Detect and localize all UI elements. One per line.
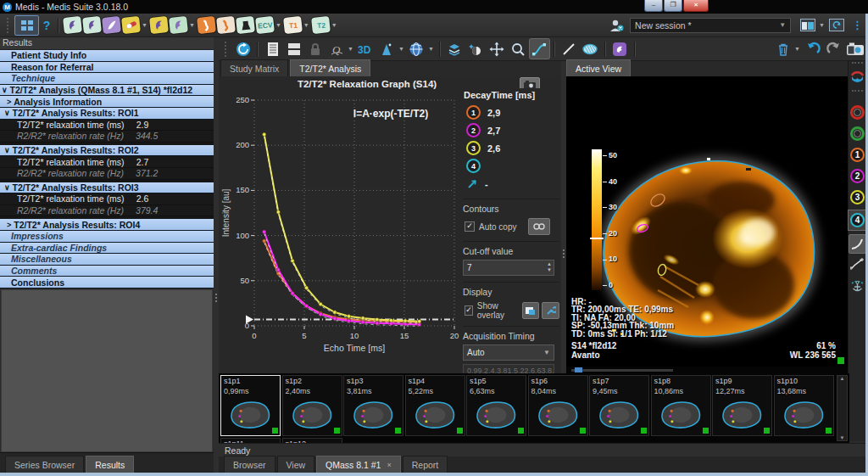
chevron-down-icon[interactable]: ▼ <box>398 46 404 52</box>
app-qmass-icon[interactable] <box>63 16 82 34</box>
save-session-button[interactable] <box>798 17 818 33</box>
chevron-down-icon[interactable]: ▼ <box>348 46 353 52</box>
lock-icon[interactable] <box>305 39 325 59</box>
roi-red-button[interactable] <box>849 105 866 120</box>
app-qtavi-icon[interactable] <box>149 16 169 34</box>
contour-review-button[interactable] <box>528 218 550 235</box>
decaytime-row[interactable]: 4 <box>463 157 559 175</box>
pan-icon[interactable] <box>487 39 507 59</box>
roi-2-button[interactable]: 2 <box>849 169 866 183</box>
report-icon[interactable] <box>263 39 282 59</box>
polyline-tool-icon[interactable] <box>849 256 866 271</box>
close-button[interactable]: × <box>683 0 709 12</box>
toolbar-grip[interactable] <box>7 18 11 33</box>
app-qct-icon[interactable] <box>216 16 236 34</box>
results-row[interactable]: Miscellaneous <box>0 254 214 266</box>
more-options-kebab[interactable]: ⋮ <box>852 19 863 31</box>
auto-copy-checkbox[interactable]: ✓ <box>465 221 475 232</box>
results-row[interactable]: Reason for Referral <box>0 62 214 74</box>
active-viewport[interactable]: 50403020100 HR: -TR: 200,00ms TE: 0,99ms… <box>566 76 848 367</box>
results-row[interactable]: R2/R2* relaxation rate (Hz)379.4 <box>0 205 214 217</box>
results-row[interactable]: R2/R2* relaxation rate (Hz)371.2 <box>0 168 214 180</box>
results-row[interactable]: R2/R2* relaxation rate (Hz)344.5 <box>0 131 214 143</box>
thumbnail-s1p6[interactable]: s1p68,04ms <box>528 375 588 436</box>
overlay-settings-button[interactable] <box>542 302 559 319</box>
acquisition-mode-combobox[interactable]: Auto ▼ <box>463 344 554 361</box>
thumbnail-s1p10[interactable]: s1p1013,68ms <box>774 375 834 436</box>
app-pump-icon[interactable] <box>236 16 255 34</box>
tree-expander-icon[interactable]: > <box>7 221 11 229</box>
app-t2-icon[interactable]: T2 <box>311 16 331 34</box>
results-row[interactable]: >Analysis Information <box>0 96 214 108</box>
app-q3mr-icon[interactable] <box>169 16 188 34</box>
app-t1-icon[interactable]: T1 <box>283 16 303 34</box>
snapshot-icon[interactable] <box>845 39 865 59</box>
contour-tool-icon[interactable] <box>581 39 600 59</box>
results-row[interactable]: Comments <box>0 266 214 277</box>
tab-results[interactable]: Results <box>86 456 134 473</box>
three-d-icon[interactable]: 3D <box>356 39 376 59</box>
results-row[interactable]: Impressions <box>0 231 214 243</box>
phase-slider[interactable] <box>566 367 848 373</box>
tab-browser[interactable]: Browser <box>224 456 275 473</box>
roi-4-button[interactable]: 4 <box>849 210 866 230</box>
reset-layout-icon[interactable] <box>233 39 253 59</box>
results-row[interactable]: Patient Study Info <box>0 50 214 62</box>
results-row[interactable]: ∨T2/T2* Analysis Results: ROI3 <box>0 182 214 194</box>
spinner-arrows[interactable]: ▲▼ <box>547 261 552 273</box>
film-strip-icon[interactable] <box>284 39 303 59</box>
stack-icon[interactable] <box>445 39 465 59</box>
toolbar-grip[interactable] <box>225 42 229 57</box>
scroll-up-icon[interactable]: ▲ <box>840 376 845 381</box>
chevron-down-icon[interactable]: ▼ <box>794 46 800 52</box>
help-button[interactable]: ? <box>39 19 54 32</box>
results-row[interactable]: >T2/T2* Analysis Results: ROI4 <box>0 219 214 231</box>
thumbnail-s1p8[interactable]: s1p810,86ms <box>651 375 711 436</box>
roi-green-button[interactable] <box>849 126 866 141</box>
magnifier-icon[interactable] <box>509 39 528 59</box>
cone-icon[interactable] <box>377 39 397 59</box>
thumbnail-s1p2[interactable]: s1p22,40ms <box>282 375 342 436</box>
results-row[interactable]: Technique <box>0 73 214 85</box>
app-qir-icon[interactable] <box>197 16 216 34</box>
thumbnail-s1p5[interactable]: s1p56,63ms <box>466 375 526 436</box>
contrast-icon[interactable] <box>466 39 486 59</box>
tab-view[interactable]: View <box>277 456 315 473</box>
close-tab-icon[interactable]: × <box>387 461 391 469</box>
results-row[interactable]: ∨T2/T2* Analysis (QMass 8.1 #1, S14) *fl… <box>0 85 214 97</box>
chevron-down-icon[interactable]: ▼ <box>428 46 434 52</box>
trash-icon[interactable] <box>773 39 793 59</box>
app-ecv-icon[interactable]: ECV <box>255 16 275 34</box>
chevron-down-icon[interactable]: ▼ <box>275 22 281 28</box>
chevron-down-icon[interactable]: ▼ <box>819 22 825 28</box>
title-bar[interactable]: M Medis - Medis Suite 3.0.18.0 –❐× <box>0 0 868 14</box>
chevron-down-icon[interactable]: ▼ <box>303 22 309 28</box>
app-qangio-icon[interactable] <box>121 16 141 34</box>
app-qstrain-icon[interactable] <box>102 16 121 34</box>
decaytime-global-row[interactable]: - <box>463 175 559 193</box>
tab-t2-t2-analysis[interactable]: T2/T2* Analysis <box>290 59 370 76</box>
thumbnail-s1p4[interactable]: s1p45,22ms <box>405 375 465 436</box>
thumbnail-s1p1[interactable]: s1p10,99ms <box>220 375 281 436</box>
results-row[interactable]: Conclusions <box>0 277 214 288</box>
slider-track[interactable] <box>571 369 673 372</box>
reset-session-button[interactable] <box>826 17 847 33</box>
tree-expander-icon[interactable]: > <box>7 98 11 106</box>
arc-tool-icon[interactable] <box>849 234 866 254</box>
tree-expander-icon[interactable]: ∨ <box>4 109 10 117</box>
overlay-options-button[interactable] <box>522 302 540 319</box>
slider-handle[interactable] <box>575 367 582 372</box>
cutoff-spinbox[interactable]: 7 ▲▼ <box>463 260 554 276</box>
show-overlay-checkbox[interactable]: ✓ <box>465 305 473 316</box>
scroll-down-icon[interactable]: ▼ <box>840 435 845 440</box>
tab-study-matrix[interactable]: Study Matrix <box>220 59 288 76</box>
redo-icon[interactable] <box>824 39 843 59</box>
decaytime-row[interactable]: 12,9 <box>463 104 559 121</box>
thumbnail-s1p7[interactable]: s1p79,45ms <box>589 375 649 436</box>
thumbnail-scrollbar[interactable]: ▲▼ <box>837 375 848 441</box>
relaxation-chart[interactable]: 05101520050100150200250Echo Time [ms]Int… <box>220 88 468 370</box>
chevron-down-icon[interactable]: ▼ <box>189 22 195 28</box>
roi-3-button[interactable]: 3 <box>849 190 866 204</box>
app-qflow-icon[interactable] <box>82 16 102 34</box>
maximize-button[interactable]: ❐ <box>664 0 682 12</box>
